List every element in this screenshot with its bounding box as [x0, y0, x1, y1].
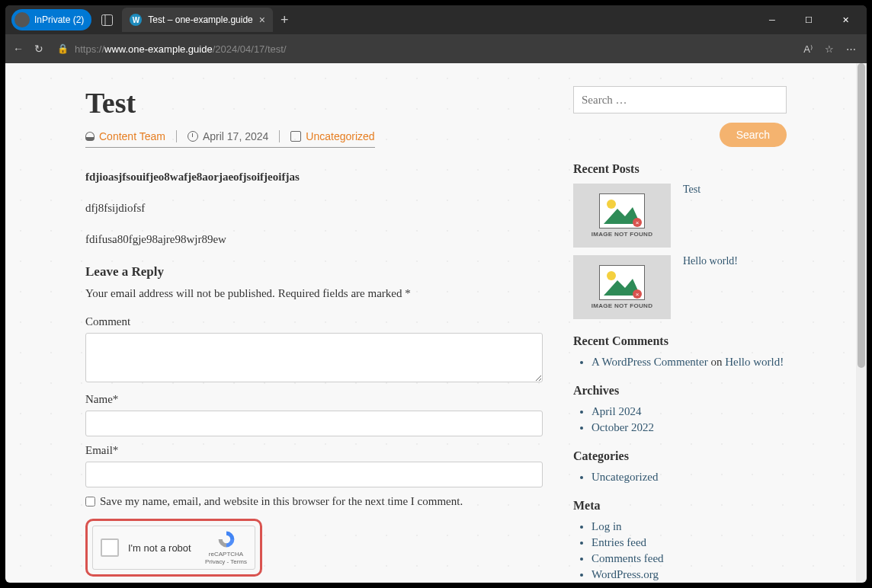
archive-item[interactable]: April 2024 — [591, 405, 787, 418]
read-aloud-icon[interactable]: A⁾ — [803, 43, 813, 55]
favorite-icon[interactable]: ☆ — [825, 43, 834, 55]
post-date: April 17, 2024 — [203, 130, 268, 142]
wordpress-favicon: W — [130, 14, 142, 26]
browser-titlebar: InPrivate (2) W Test – one-example.guide… — [5, 5, 867, 34]
email-label: Email* — [85, 444, 543, 457]
categories-title: Categories — [573, 449, 787, 463]
post-paragraph: dfj8fsijdiofsf — [85, 202, 543, 215]
browser-tab[interactable]: W Test – one-example.guide × — [122, 8, 273, 32]
recaptcha-highlight: I'm not a robot reCAPTCHA Privacy - Term… — [85, 519, 262, 577]
inprivate-label: InPrivate (2) — [34, 14, 84, 25]
more-menu-icon[interactable]: ⋯ — [846, 43, 856, 55]
post-author-link[interactable]: Content Team — [99, 130, 165, 142]
archive-item[interactable]: October 2022 — [591, 421, 787, 434]
svg-rect-0 — [101, 14, 112, 25]
page-viewport[interactable]: Test Content Team April 17, 2024 Uncateg… — [5, 63, 867, 583]
category-item[interactable]: Uncategorized — [591, 471, 787, 484]
url-path: /2024/04/17/test/ — [213, 43, 287, 55]
category-icon — [290, 131, 301, 142]
meta-item[interactable]: WordPress.org — [591, 568, 787, 581]
recaptcha-logo: reCAPTCHA Privacy - Terms — [205, 529, 247, 565]
tab-title: Test – one-example.guide — [148, 14, 252, 25]
recaptcha-checkbox[interactable] — [101, 538, 119, 557]
svg-point-3 — [607, 200, 616, 209]
reply-heading: Leave a Reply — [85, 264, 543, 280]
date-icon — [188, 131, 198, 142]
svg-text:×: × — [636, 219, 640, 226]
refresh-button[interactable]: ↻ — [34, 43, 43, 55]
new-tab-button[interactable]: + — [281, 12, 289, 28]
recent-posts-title: Recent Posts — [573, 162, 787, 176]
post-category-link[interactable]: Uncategorized — [306, 130, 374, 142]
save-info-label: Save my name, email, and website in this… — [100, 495, 463, 508]
author-icon — [85, 132, 95, 141]
recaptcha-widget: I'm not a robot reCAPTCHA Privacy - Term… — [92, 526, 255, 570]
comment-textarea[interactable] — [85, 333, 543, 382]
recent-comment-item: A WordPress Commenter on Hello world! — [591, 356, 787, 369]
tab-manager-icon[interactable] — [98, 11, 116, 29]
recent-post-link[interactable]: Test — [683, 184, 700, 248]
recent-post-item[interactable]: × IMAGE NOT FOUND Hello world! — [573, 255, 787, 319]
meta-title: Meta — [573, 499, 787, 513]
comment-author-link[interactable]: A WordPress Commenter — [591, 356, 708, 368]
scrollbar-thumb[interactable] — [858, 63, 865, 368]
maximize-button[interactable]: ☐ — [798, 15, 819, 25]
minimize-button[interactable]: ─ — [761, 15, 783, 25]
tab-close-icon[interactable]: × — [259, 14, 265, 26]
back-button[interactable]: ← — [13, 43, 24, 55]
reply-note: Your email address will not be published… — [85, 287, 543, 300]
recent-post-link[interactable]: Hello world! — [683, 255, 738, 319]
svg-text:×: × — [636, 291, 640, 298]
save-info-checkbox[interactable] — [85, 497, 95, 507]
recaptcha-text: I'm not a robot — [128, 542, 196, 554]
post-meta: Content Team April 17, 2024 Uncategorize… — [85, 130, 375, 148]
profile-avatar — [14, 12, 30, 27]
close-window-button[interactable]: ✕ — [835, 15, 856, 25]
search-input[interactable] — [573, 86, 787, 113]
post-paragraph: fdifusa80fgje98ajre98wjr89ew — [85, 233, 543, 246]
name-label: Name* — [85, 393, 543, 406]
comment-label: Comment — [85, 315, 543, 328]
post-paragraph: fdjioasjfsouifjeo8wafje8aorjaeofjsoifjeo… — [85, 171, 543, 184]
post-title: Test — [85, 86, 543, 120]
search-button[interactable]: Search — [720, 123, 787, 147]
url-prefix: https:// — [75, 43, 104, 55]
meta-item[interactable]: Comments feed — [591, 552, 787, 565]
meta-item[interactable]: Entries feed — [591, 536, 787, 549]
address-bar: ← ↻ 🔒 https://www.one-example.guide/2024… — [5, 34, 867, 63]
comment-post-link[interactable]: Hello world! — [725, 356, 784, 368]
inprivate-badge[interactable]: InPrivate (2) — [11, 9, 91, 30]
url-input[interactable]: 🔒 https://www.one-example.guide/2024/04/… — [54, 43, 793, 55]
meta-item[interactable]: Log in — [591, 520, 787, 533]
lock-icon: 🔒 — [57, 43, 69, 54]
thumbnail-placeholder: × IMAGE NOT FOUND — [573, 184, 671, 248]
email-input[interactable] — [85, 462, 543, 487]
recent-comments-title: Recent Comments — [573, 334, 787, 348]
recent-post-item[interactable]: × IMAGE NOT FOUND Test — [573, 184, 787, 248]
thumbnail-placeholder: × IMAGE NOT FOUND — [573, 255, 671, 319]
vertical-scrollbar[interactable] — [856, 63, 867, 583]
name-input[interactable] — [85, 411, 543, 436]
svg-point-8 — [607, 271, 616, 280]
archives-title: Archives — [573, 384, 787, 398]
post-content: fdjioasjfsouifjeo8wafje8aorjaeofjsoifjeo… — [85, 171, 543, 246]
url-domain: www.one-example.guide — [104, 43, 213, 55]
